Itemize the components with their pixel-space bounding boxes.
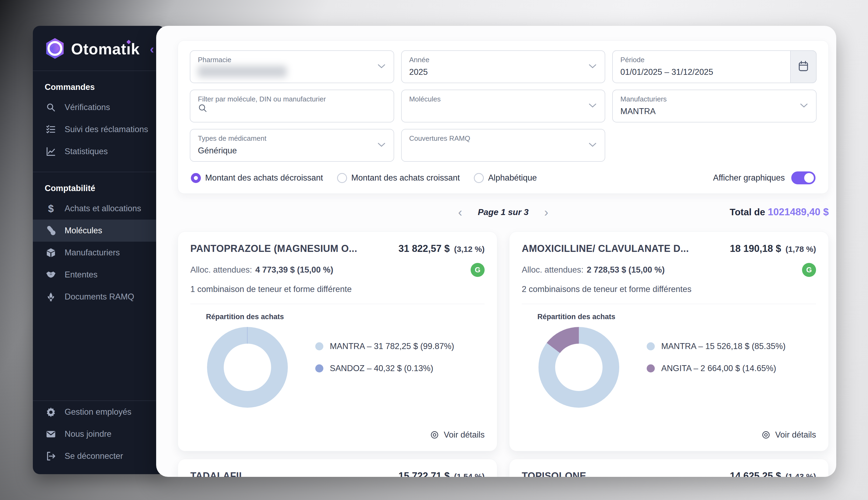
sidebar-item-se-deconnecter[interactable]: Se déconnecter [33,445,165,467]
toggle-label: Afficher graphiques [713,173,785,183]
logout-icon [45,451,57,461]
chart-legend: MANTRA – 15 526,18 $ (85.35%) ANGITA – 2… [647,341,786,408]
calendar-button[interactable] [790,50,816,83]
molecules-select[interactable]: Molécules [401,90,606,123]
voir-details-label: Voir détails [775,430,816,440]
chart-title: Répartition des achats [537,313,816,321]
sidebar-item-manufacturiers[interactable]: Manufacturiers [33,242,165,264]
legend-text: MANTRA – 31 782,25 $ (99.87%) [330,341,454,351]
periode-field[interactable]: Période 01/01/2025 – 31/12/2025 [612,50,816,83]
divider [522,304,816,304]
legend-text: ANGITA – 2 664,00 $ (14.65%) [661,364,776,373]
purchase-amount: 15 722,71 $ [398,470,450,477]
sidebar-item-ententes[interactable]: Ententes [33,264,165,286]
chart-title: Répartition des achats [206,313,485,321]
combinations-note: 1 combinaison de teneur et forme différe… [190,284,485,294]
chevron-down-icon [588,64,597,70]
molecule-title: TADALAFIL [190,470,245,477]
search-icon [45,102,57,113]
fleur-de-lis-icon [45,292,57,302]
purchase-amount: 18 190,18 $ [730,243,781,254]
radio-icon [191,173,201,183]
annee-select[interactable]: Année 2025 [401,50,606,83]
alloc-value: 2 728,53 $ (15,00 %) [587,265,665,275]
sort-options-row: Montant des achats décroissant Montant d… [190,171,816,184]
alloc-label: Alloc. attendues: [522,265,584,275]
sidebar-item-label: Vérifications [65,103,110,112]
voir-details-button[interactable]: Voir détails [522,430,816,440]
radio-montant-decroissant[interactable]: Montant des achats décroissant [191,173,323,183]
molecule-search-input[interactable]: Filter par molécule, DIN ou manufacturie… [190,90,394,123]
sidebar-item-molecules[interactable]: Molécules [33,219,165,242]
molecule-title: TOPISOLONE [522,470,586,477]
sidebar-collapse-icon[interactable]: ‹ [148,43,156,55]
radio-alphabetique[interactable]: Alphabétique [474,173,537,183]
pharmacie-select[interactable]: Pharmacie [190,50,394,83]
legend-dot [315,342,323,350]
radio-label: Montant des achats croissant [351,173,460,183]
chevron-down-icon [588,143,597,148]
field-label: Molécules [409,95,597,103]
total-prefix: Total de [730,207,765,217]
afficher-graphiques-toggle[interactable] [791,171,815,184]
radio-montant-croissant[interactable]: Montant des achats croissant [337,173,460,183]
page-next-icon[interactable]: › [544,206,548,218]
sidebar-item-nous-joindre[interactable]: Nous joindre [33,423,165,445]
handshake-icon [45,269,57,280]
purchase-percent: (1,78 %) [786,245,816,253]
molecule-card-topisolone: TOPISOLONE 14 625,25 $ (1,43 %) [509,459,829,477]
manufacturiers-select[interactable]: Manufacturiers MANTRA [612,90,816,123]
afficher-graphiques-control: Afficher graphiques [713,171,815,184]
sidebar-item-label: Documents RAMQ [65,292,134,302]
sidebar: Otomatık ‹ Commandes Vérifications Suivi… [33,26,165,474]
sidebar-item-label: Manufacturiers [65,248,120,258]
redacted-value [198,66,287,78]
purchases-donut-chart: MANTRA – 15 526,18 $ (85.35%) ANGITA – 2… [522,327,816,408]
legend-dot [647,342,655,350]
sidebar-item-gestion-employes[interactable]: Gestion employés [33,401,165,423]
sidebar-item-label: Statistiques [65,147,108,156]
gear-icon [45,407,57,417]
sidebar-item-label: Suivi des réclamations [65,125,148,134]
page-prev-icon[interactable]: ‹ [458,206,462,218]
sidebar-footer: Gestion employés Nous joindre Se déconne… [33,401,165,474]
molecule-title: AMOXICILLINE/ CLAVULANATE D... [522,243,689,254]
types-medicament-select[interactable]: Types de médicament Générique [190,129,394,162]
sidebar-item-statistiques[interactable]: Statistiques [33,140,165,162]
field-value: Générique [198,146,386,156]
empty-grid-cell [612,129,816,162]
brand-name: Otomatık [71,40,140,58]
calendar-icon [798,60,809,73]
field-value: 2025 [409,67,597,77]
toggle-knob [804,173,814,183]
dollar-icon: $ [45,203,57,215]
radio-icon [337,173,347,183]
voir-details-button[interactable]: Voir détails [190,430,485,440]
field-label: Période [620,56,781,64]
section-title-commandes: Commandes [33,71,165,96]
filter-panel: Pharmacie Année 2025 Période 01/01/2025 … [178,41,829,194]
chevron-down-icon [377,64,385,70]
field-label: Année [409,56,597,64]
sidebar-item-achats-allocations[interactable]: $ Achats et allocations [33,197,165,219]
purchase-percent: (1,43 %) [786,472,816,477]
generique-badge: G [802,263,816,277]
field-label: Filter par molécule, DIN ou manufacturie… [198,95,386,103]
legend-item: MANTRA – 15 526,18 $ (85.35%) [647,341,786,351]
purchases-donut-chart: MANTRA – 31 782,25 $ (99.87%) SANDOZ – 4… [190,327,485,408]
sidebar-item-suivi-reclamations[interactable]: Suivi des réclamations [33,118,165,140]
molecule-cards-grid-partial: TADALAFIL 15 722,71 $ (1,54 %) TOPISOLON… [178,459,829,477]
purchase-percent: (1,54 %) [454,472,485,477]
search-icon [198,109,207,114]
field-label: Pharmacie [198,56,386,64]
total-amount: 1021489,40 $ [768,206,829,217]
combinations-note: 2 combinaisons de teneur et forme différ… [522,284,816,294]
couvertures-ramq-select[interactable]: Couvertures RAMQ [401,129,606,162]
sidebar-item-verifications[interactable]: Vérifications [33,96,165,118]
sidebar-item-label: Achats et allocations [65,204,141,213]
radio-label: Alphabétique [488,173,537,183]
sidebar-item-documents-ramq[interactable]: Documents RAMQ [33,286,165,308]
sidebar-spacer [33,308,165,400]
section-title-comptabilite: Comptabilité [33,172,165,197]
purchase-percent: (3,12 %) [454,245,485,253]
